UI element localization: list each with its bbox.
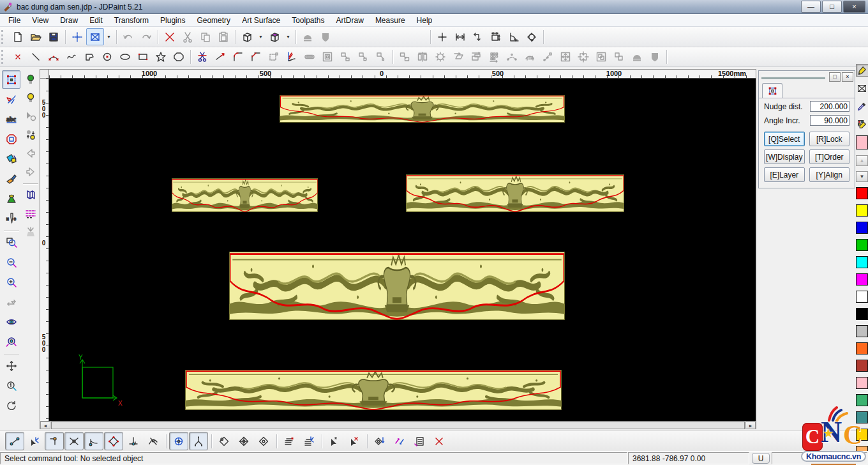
order-button[interactable]: [T]Order xyxy=(809,149,850,164)
panel-title-bar[interactable]: □ × xyxy=(759,71,855,82)
ellipse-tool-button[interactable] xyxy=(116,49,134,66)
color-swatch-pink[interactable] xyxy=(856,377,868,389)
minimize-button[interactable]: — xyxy=(801,1,821,13)
light-off-button[interactable] xyxy=(22,89,40,106)
snap-quadrant-button[interactable] xyxy=(104,432,123,450)
color-swatch-magenta[interactable] xyxy=(856,273,868,286)
color-swatch-blue[interactable] xyxy=(856,222,868,234)
angle-incr-input[interactable] xyxy=(810,115,849,126)
edit-list-button[interactable] xyxy=(410,432,429,450)
palette-edit-button[interactable] xyxy=(856,118,868,130)
panel-restore-button[interactable]: □ xyxy=(829,72,841,82)
undo-button[interactable] xyxy=(119,28,137,45)
save-file-button[interactable] xyxy=(45,28,63,45)
new-file-button[interactable] xyxy=(9,28,27,45)
menu-view[interactable]: View xyxy=(26,15,54,26)
arc-tool-button[interactable] xyxy=(45,49,63,66)
relief-dome-button[interactable] xyxy=(299,28,317,45)
spotlight-button[interactable] xyxy=(22,223,40,240)
chamfer-tool-button[interactable] xyxy=(247,49,265,66)
cut-button[interactable] xyxy=(179,28,197,45)
light-pick-button[interactable] xyxy=(22,107,40,125)
menu-edit[interactable]: Edit xyxy=(84,15,108,26)
slot-tool-button[interactable] xyxy=(301,49,318,66)
current-color-swatch[interactable] xyxy=(856,135,868,149)
fit-wave-button[interactable] xyxy=(521,49,539,66)
color-swatch-yellow[interactable] xyxy=(856,204,868,217)
zoom-in-button[interactable] xyxy=(2,273,20,291)
unit-button[interactable]: U xyxy=(752,453,770,464)
lock-button[interactable]: [R]Lock xyxy=(809,132,850,146)
nc-toolpath-button[interactable]: NC xyxy=(2,209,20,227)
menu-art-surface[interactable]: Art Surface xyxy=(236,15,286,26)
rect-select-button[interactable] xyxy=(86,28,104,45)
color-swatch-cyan[interactable] xyxy=(856,256,868,268)
redraw-button[interactable] xyxy=(2,293,20,311)
layer-button[interactable]: [E]Layer xyxy=(764,167,805,182)
relief-panel-3[interactable] xyxy=(406,174,624,212)
offset-tool-button[interactable] xyxy=(265,49,283,66)
apply-drop-button[interactable] xyxy=(370,432,389,450)
view-back-button[interactable] xyxy=(22,144,40,162)
color-swatch-green[interactable] xyxy=(856,239,868,251)
color-swatch-silver[interactable] xyxy=(856,325,868,337)
shaded-view-button[interactable] xyxy=(238,28,256,45)
display-button[interactable]: [W]Display xyxy=(764,149,805,164)
color-fill-button[interactable] xyxy=(2,149,20,168)
relief-panel-5[interactable] xyxy=(185,370,562,410)
tab-select-tool[interactable] xyxy=(762,83,782,98)
measure-rect-button[interactable] xyxy=(487,28,505,45)
light-on-button[interactable] xyxy=(22,70,40,88)
color-swatch-brick[interactable] xyxy=(856,360,868,372)
engrave-button[interactable] xyxy=(2,169,20,188)
menu-measure[interactable]: Measure xyxy=(370,15,411,26)
rotate-tool-button[interactable] xyxy=(431,49,449,66)
spline-tool-button[interactable] xyxy=(63,49,80,66)
paste-button[interactable] xyxy=(214,28,232,45)
pick-remove-button[interactable] xyxy=(345,432,364,450)
rectangle-tool-button[interactable] xyxy=(134,49,152,66)
shrink-tool-button[interactable] xyxy=(574,49,592,66)
skew-tool-button[interactable] xyxy=(449,49,467,66)
trim-tool-button[interactable] xyxy=(193,49,211,66)
mirror-tool-button[interactable] xyxy=(414,49,431,66)
copy-object-button[interactable] xyxy=(336,49,354,66)
profile-nest-button[interactable] xyxy=(2,130,20,148)
relief-panel-2[interactable] xyxy=(172,178,318,212)
fit-arc-button[interactable] xyxy=(503,49,521,66)
relief-shield-button-2[interactable] xyxy=(646,49,664,66)
snap-perpendicular-button[interactable] xyxy=(124,432,143,450)
combine-tool-button[interactable] xyxy=(592,49,610,66)
align-tool-button[interactable] xyxy=(467,49,485,66)
snap-intersection-button[interactable] xyxy=(64,432,84,450)
menu-plugins[interactable]: Plugins xyxy=(154,15,191,26)
text-tool-button[interactable]: abc xyxy=(2,110,20,128)
point-tool-button[interactable] xyxy=(9,49,27,66)
copy-button[interactable] xyxy=(197,28,214,45)
refresh-view-button[interactable] xyxy=(2,396,20,415)
circle-tool-button[interactable] xyxy=(98,49,116,66)
array-tool-button[interactable] xyxy=(485,49,503,66)
align-button[interactable]: [Y]Align xyxy=(809,167,850,182)
zoom-out-button[interactable] xyxy=(2,253,20,271)
snap-mid-diamond-button[interactable] xyxy=(214,432,234,450)
snap-corner-button[interactable] xyxy=(45,432,64,450)
cancel-button[interactable] xyxy=(430,432,449,450)
color-swatch-black[interactable] xyxy=(856,308,868,320)
pick-add-button[interactable] xyxy=(325,432,344,450)
delete-button[interactable] xyxy=(161,28,179,45)
profile-tool-button[interactable] xyxy=(80,49,98,66)
view-all-button[interactable] xyxy=(2,312,20,331)
star-tool-button[interactable] xyxy=(152,49,170,66)
relief-3d-button[interactable] xyxy=(2,189,20,208)
guide-lines-button[interactable] xyxy=(22,204,40,222)
palette-up-button[interactable]: ▲ xyxy=(856,155,868,166)
zoom-window-button[interactable] xyxy=(2,233,20,252)
extend-tool-button[interactable] xyxy=(211,49,229,66)
open-file-button[interactable] xyxy=(27,28,45,45)
measure-angle-button[interactable] xyxy=(505,28,523,45)
snap-endpoint-button[interactable] xyxy=(5,432,24,450)
relief-dome-button-2[interactable] xyxy=(628,49,646,66)
measure-circle-button[interactable] xyxy=(523,28,541,45)
menu-geometry[interactable]: Geometry xyxy=(191,15,236,26)
